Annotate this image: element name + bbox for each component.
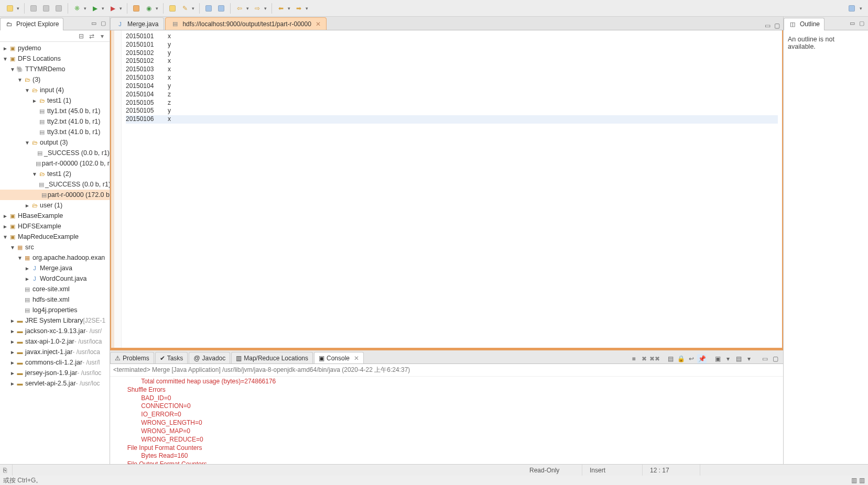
tree-item[interactable]: ▤_SUCCESS (0.0 b, r1) (0, 148, 110, 158)
scroll-lock-icon[interactable]: 🔒 (676, 354, 686, 363)
minimize-bottom-icon[interactable]: ▭ (760, 354, 769, 363)
twisty-icon[interactable]: ► (9, 349, 16, 355)
tree-item[interactable]: ▼🗁test1 (2) (0, 169, 110, 179)
tree-item[interactable]: ►▬jersey-json-1.9.jar - /usr/loc (0, 368, 110, 378)
view-menu-icon[interactable]: ▾ (98, 32, 106, 40)
twisty-icon[interactable]: ▼ (31, 171, 38, 177)
maximize-bottom-icon[interactable]: ▢ (771, 354, 780, 363)
tree-item[interactable]: ►▬commons-cli-1.2.jar - /usr/l (0, 357, 110, 368)
tree-item[interactable]: ▼🗁(3) (0, 74, 110, 85)
tree-item[interactable]: ►▬stax-api-1.0-2.jar - /usr/loca (0, 336, 110, 347)
link-editor-icon[interactable]: ⇄ (88, 32, 96, 40)
remove-all-icon[interactable]: ✖✖ (650, 354, 659, 363)
open-type-button[interactable] (167, 3, 178, 14)
terminate-icon[interactable]: ■ (629, 354, 638, 363)
tree-item[interactable]: ▼▣MapReduceExample (0, 232, 110, 242)
back-button[interactable]: ⬅ (275, 3, 287, 14)
new-class-button[interactable]: ◉ (143, 3, 155, 14)
twisty-icon[interactable]: ► (9, 328, 16, 334)
twisty-icon[interactable]: ► (24, 276, 30, 282)
run-button[interactable]: ▶ (89, 3, 101, 14)
run-last-button[interactable]: ▶ (107, 3, 118, 14)
editor-body[interactable]: 20150101 x20150101 y20150102 y20150102 x… (122, 30, 782, 348)
toggle-block-button[interactable] (215, 3, 227, 14)
twisty-icon[interactable]: ► (24, 266, 30, 271)
tree-item[interactable]: ▤_SUCCESS (0.0 b, r1) (0, 179, 110, 190)
tree-item[interactable]: ►▬javax.inject-1.jar - /usr/loca (0, 347, 110, 357)
maximize-view-icon[interactable]: ▢ (858, 19, 866, 28)
prev-edit-button[interactable]: ⇦ (234, 3, 245, 14)
tree-item[interactable]: ▤tty3.txt (41.0 b, r1) (0, 127, 110, 137)
debug-button[interactable]: ❋ (71, 3, 83, 14)
forward-button[interactable]: ➡ (293, 3, 305, 14)
tree-item[interactable]: ▤log4j.properties (0, 305, 110, 315)
twisty-icon[interactable]: ▼ (2, 56, 8, 62)
twisty-icon[interactable]: ► (9, 318, 16, 324)
minimize-editor-icon[interactable]: ▭ (763, 21, 772, 30)
collapse-all-icon[interactable]: ⊟ (77, 32, 85, 40)
print-button[interactable] (53, 3, 64, 14)
tree-item[interactable]: ▤tty1.txt (45.0 b, r1) (0, 106, 110, 116)
tree-item[interactable]: ►▬jackson-xc-1.9.13.jar - /usr/ (0, 326, 110, 336)
twisty-icon[interactable]: ► (2, 46, 8, 51)
tree-item[interactable]: ▤tty2.txt (41.0 b, r1) (0, 116, 110, 127)
tree-item[interactable]: ►▬servlet-api-2.5.jar - /usr/loc (0, 378, 110, 389)
tab-console[interactable]: ▣Console✕ (314, 352, 364, 363)
maximize-editor-icon[interactable]: ▢ (773, 21, 781, 30)
twisty-icon[interactable]: ► (24, 203, 30, 208)
twisty-icon[interactable]: ► (2, 224, 8, 229)
tree-item[interactable]: ►▣pydemo (0, 43, 110, 53)
twisty-icon[interactable]: ► (9, 381, 16, 387)
tab-problems[interactable]: ⚠Problems (110, 352, 154, 363)
clear-console-icon[interactable]: ▤ (666, 354, 675, 363)
tree-item[interactable]: ▼🗁output (3) (0, 137, 110, 148)
word-wrap-icon[interactable]: ↩ (687, 354, 696, 363)
project-tree[interactable]: ►▣pydemo▼▣DFS Locations▼🐘TTYMRDemo▼🗁(3)▼… (0, 42, 110, 464)
tree-item[interactable]: ►🗁user (1) (0, 200, 110, 211)
tree-item[interactable]: ►🗁test1 (1) (0, 95, 110, 106)
tree-item[interactable]: ►▬JRE System Library [J2SE-1 (0, 315, 110, 326)
toggle-mark-button[interactable] (203, 3, 214, 14)
editor[interactable]: 20150101 x20150101 y20150102 y20150102 x… (110, 30, 783, 349)
tree-item[interactable]: ▤hdfs-site.xml (0, 294, 110, 305)
twisty-icon[interactable]: ▼ (9, 245, 16, 250)
editor-tab-merge[interactable]: J Merge.java (110, 17, 164, 30)
twisty-icon[interactable]: ▼ (17, 77, 23, 83)
twisty-icon[interactable]: ▼ (2, 234, 8, 240)
tab-mapreduce[interactable]: ▥Map/Reduce Locations (231, 352, 313, 363)
tree-item[interactable]: ►JMerge.java (0, 263, 110, 273)
twisty-icon[interactable]: ▼ (17, 255, 23, 261)
trim-icon[interactable]: ▥ (851, 477, 857, 484)
tree-item[interactable]: ►▣HDFSExample (0, 221, 110, 232)
tree-item[interactable]: ▼▦org.apache.hadoop.exan (0, 252, 110, 263)
editor-tab-hdfs[interactable]: ▤ hdfs://localhost:9000/output/test1/par… (165, 17, 327, 30)
close-icon[interactable]: ✕ (354, 355, 359, 362)
tree-item[interactable]: ▼▣DFS Locations (0, 53, 110, 64)
remove-launch-icon[interactable]: ✖ (639, 354, 649, 363)
search-button[interactable]: ✎ (179, 3, 191, 14)
tree-item[interactable]: ▤part-r-00000 (172.0 b (0, 190, 110, 200)
minimize-view-icon[interactable]: ▭ (848, 19, 856, 28)
tree-item[interactable]: ►JWordCount.java (0, 273, 110, 284)
twisty-icon[interactable]: ► (9, 360, 16, 366)
console-body[interactable]: Total committed heap usage (bytes)=27486… (110, 377, 783, 464)
trim-icon[interactable]: ▥ (859, 477, 865, 484)
tree-item[interactable]: ▤part-r-00000 (102.0 b, r (0, 158, 110, 169)
twisty-icon[interactable]: ► (2, 213, 8, 219)
close-icon[interactable]: ✕ (316, 20, 321, 28)
tree-item[interactable]: ▼🐘TTYMRDemo (0, 64, 110, 74)
pin-console-icon[interactable]: 📌 (697, 354, 707, 363)
explorer-tab[interactable]: 🗀 Project Explore (0, 18, 63, 30)
twisty-icon[interactable]: ► (9, 339, 16, 345)
tree-item[interactable]: ►▣HBaseExample (0, 211, 110, 221)
outline-tab[interactable]: ◫ Outline (784, 18, 824, 30)
save-all-button[interactable] (40, 3, 52, 14)
tab-javadoc[interactable]: @Javadoc (189, 352, 230, 363)
tree-item[interactable]: ▼▦src (0, 242, 110, 252)
display-selected-console-icon[interactable]: ▣ (713, 354, 722, 363)
tab-tasks[interactable]: ✔Tasks (155, 352, 188, 363)
new-button[interactable] (4, 3, 16, 14)
open-perspective-button[interactable] (846, 3, 858, 14)
twisty-icon[interactable]: ▼ (9, 67, 16, 72)
next-annotation-button[interactable]: ⇨ (252, 3, 263, 14)
